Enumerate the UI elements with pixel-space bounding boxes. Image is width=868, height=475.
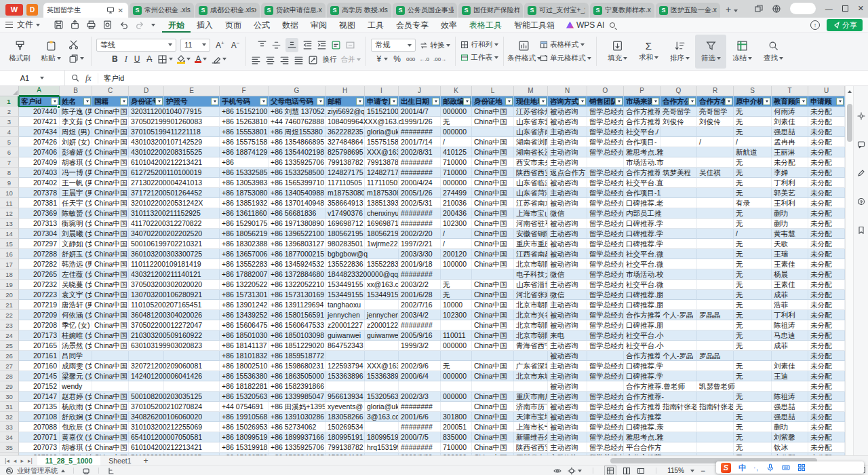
cell[interactable] [660,341,697,351]
cell[interactable]: jennychen [326,310,365,320]
cell[interactable]: 710000 [441,168,472,178]
cell[interactable]: China中国 [472,188,514,198]
underline-button[interactable]: U [133,54,142,64]
cell[interactable]: 108409964XXX@163.c [326,117,365,127]
cell[interactable]: 411702200312270822 [129,218,164,229]
cell[interactable]: 钦冰 [772,442,808,453]
cell[interactable]: 370502199901260083 [129,117,164,127]
cell[interactable]: 未分配 [808,269,845,280]
cell[interactable]: 207406 [19,147,60,157]
cell[interactable]: 110112200109181419 [129,259,164,269]
cell[interactable] [660,422,697,432]
cell[interactable]: 210303200509160922 [129,330,164,341]
last-sheet-icon[interactable]: ▸| [28,457,33,464]
cell[interactable]: 2002/9/6 [399,361,441,371]
worksheet-button[interactable]: 工作表 [460,53,498,62]
cell[interactable]: 北京市朝阳 [514,330,548,341]
cell[interactable]: 无 [441,117,472,127]
filter-button[interactable]: 筛选 [695,35,726,69]
column-header-F[interactable]: F [220,86,269,96]
cell[interactable]: +86 1335925706 [269,157,326,168]
fx-icon[interactable]: fx [85,73,92,83]
cell[interactable]: 何雨涛 [772,107,808,117]
scroll-up-icon[interactable] [848,90,852,93]
cell[interactable]: 无 [734,392,772,402]
cell[interactable]: 117110505 [326,178,365,188]
align-top-icon[interactable] [257,40,267,50]
cell[interactable]: 合作方名 [697,96,734,107]
cell[interactable]: 留学总经办 [587,402,624,412]
cell[interactable]: 王素佳 [772,259,808,269]
cell[interactable]: 留学总经办 [587,341,624,351]
cell[interactable]: +86 15553801 [220,127,269,137]
cell[interactable]: 2000/7/5 [399,432,441,442]
cell[interactable] [587,351,624,361]
cell[interactable]: +86 1396522100 [269,229,326,239]
cell[interactable]: 未分配 [808,147,845,157]
cell[interactable]: 未分配 [808,127,845,137]
cell[interactable]: 新航道 [734,147,772,157]
menu-item-智能工具箱[interactable]: 智能工具箱 [508,18,561,33]
cell[interactable]: 刘素佳 [772,117,808,127]
cell[interactable]: 主动咨询 [548,300,587,310]
cell[interactable]: 国籍 [92,96,129,107]
cell[interactable]: China中国 [92,178,129,188]
cell[interactable]: 207426 [19,137,60,147]
cell[interactable]: 1999/1/26 [399,117,441,127]
cell[interactable]: 被动咨询 [548,239,587,249]
cell[interactable]: China中国 [92,117,129,127]
sum-button[interactable]: Σ 求和 [633,35,664,69]
cell[interactable]: 有录 [734,198,772,208]
cell[interactable]: 207152 [19,381,60,392]
cell[interactable]: 未分配 [808,188,845,198]
cell[interactable]: 未分配 [808,249,845,259]
cell[interactable]: +86 1863505000 [269,371,326,381]
cell[interactable] [660,371,697,381]
cell[interactable]: 王素佳 [772,280,808,290]
cell[interactable]: 2005/9/16 [399,330,441,341]
cell[interactable]: 未分配 [808,351,845,361]
panel-comment-icon[interactable] [857,140,865,149]
cell[interactable]: 申请专用 [365,96,399,107]
cell[interactable] [660,330,697,341]
cell[interactable]: 207232 [19,280,60,290]
cell[interactable] [441,269,472,280]
cell[interactable]: 黄韦慧 [772,229,808,239]
cell[interactable]: 合作方推荐 [624,117,660,127]
cell[interactable]: +86 13901242 [220,300,269,310]
cell[interactable]: 153449155 [365,290,399,300]
cell[interactable]: 新疆维吾尔 [514,432,548,442]
cell[interactable]: 刘晨曦 (女 [60,229,92,239]
cell[interactable]: 合作方推荐 [624,412,660,422]
cell[interactable]: 1997/2/21 [399,239,441,249]
cell[interactable]: China中国 [92,239,129,249]
find-button[interactable]: 查找 [757,35,789,69]
cell[interactable]: ######## [399,168,441,178]
cell[interactable]: 340826200106060020 [129,412,164,422]
cell[interactable]: 成菲 [772,341,808,351]
cell[interactable]: 310103200212255069 [129,422,164,432]
filter-button[interactable] [317,98,324,105]
cell[interactable]: China中国 [92,422,129,432]
cell[interactable]: 江苏省徐州 [514,107,548,117]
cell[interactable]: 207165 [19,341,60,351]
cell[interactable]: 153363896 [326,371,365,381]
cell[interactable]: chenxinyur [365,208,399,218]
cell[interactable]: 舒欣娴 (女 [60,412,92,422]
cell[interactable]: ######## [399,422,441,432]
cell[interactable]: 赵君婷 (女 [60,392,92,402]
row-number[interactable]: 13 [0,218,19,229]
cell[interactable]: ######## [399,402,441,412]
cell[interactable]: gloria@uki [365,402,399,412]
cell[interactable]: 被动咨询 [548,422,587,432]
cell[interactable]: +86 1598680231 [269,361,326,371]
cell[interactable]: China中国 [472,300,514,310]
cell[interactable]: +86 1851229020 [269,341,326,351]
cell[interactable]: China中国 [472,157,514,168]
cell[interactable]: 留学总经办 [587,392,624,402]
cell[interactable]: 未分配 [808,320,845,330]
cut-button[interactable] [66,39,86,50]
cell[interactable]: China中国 [92,361,129,371]
cell[interactable]: 刘妍 (女) [60,137,92,147]
cell[interactable]: 无 [734,259,772,269]
